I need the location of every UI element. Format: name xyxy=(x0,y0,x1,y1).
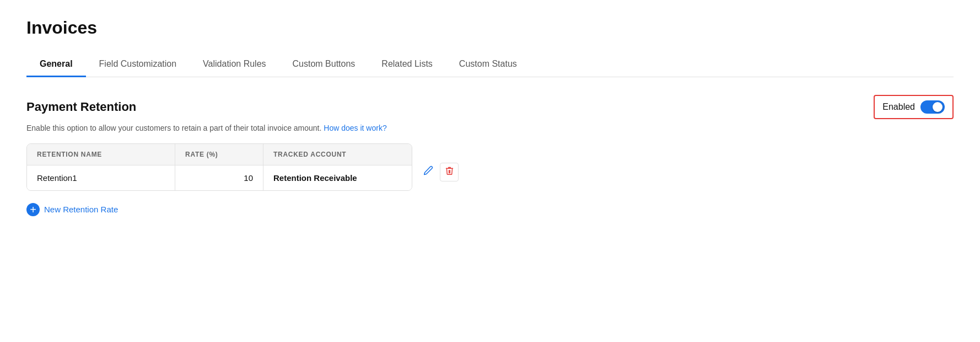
add-retention-rate-label: New Retention Rate xyxy=(44,205,118,214)
enabled-toggle-area[interactable]: Enabled xyxy=(874,95,954,119)
table-row: Retention1 10 Retention Receivable xyxy=(27,165,412,190)
row-actions xyxy=(419,163,459,181)
col-header-rate: RATE (%) xyxy=(175,144,263,165)
description-text: Enable this option to allow your custome… xyxy=(26,124,954,132)
tab-custom-buttons[interactable]: Custom Buttons xyxy=(279,54,369,77)
section-title: Payment Retention xyxy=(26,100,136,114)
section-header: Payment Retention Enabled xyxy=(26,95,954,119)
tab-field-customization[interactable]: Field Customization xyxy=(86,54,190,77)
enabled-label: Enabled xyxy=(882,102,915,112)
col-header-name: RETENTION NAME xyxy=(27,144,175,165)
cell-rate: 10 xyxy=(175,165,263,190)
table-with-actions: RETENTION NAME RATE (%) TRACKED ACCOUNT … xyxy=(26,143,954,201)
edit-icon xyxy=(423,165,433,178)
help-link[interactable]: How does it work? xyxy=(324,124,386,132)
retention-table: RETENTION NAME RATE (%) TRACKED ACCOUNT … xyxy=(26,143,412,191)
tabs-bar: General Field Customization Validation R… xyxy=(26,54,954,77)
page-title: Invoices xyxy=(26,18,954,38)
edit-button[interactable] xyxy=(419,163,438,181)
tab-related-lists[interactable]: Related Lists xyxy=(368,54,446,77)
cell-account: Retention Receivable xyxy=(263,165,412,190)
add-icon: + xyxy=(26,203,40,216)
tab-general[interactable]: General xyxy=(26,54,86,77)
enabled-toggle[interactable] xyxy=(920,100,945,114)
cell-name: Retention1 xyxy=(27,165,175,190)
delete-icon xyxy=(445,166,454,178)
table-header-row: RETENTION NAME RATE (%) TRACKED ACCOUNT xyxy=(27,144,412,165)
tab-custom-status[interactable]: Custom Status xyxy=(446,54,530,77)
add-retention-rate-button[interactable]: + New Retention Rate xyxy=(26,203,954,216)
delete-button[interactable] xyxy=(440,163,459,181)
col-header-account: TRACKED ACCOUNT xyxy=(263,144,412,165)
tab-validation-rules[interactable]: Validation Rules xyxy=(190,54,279,77)
